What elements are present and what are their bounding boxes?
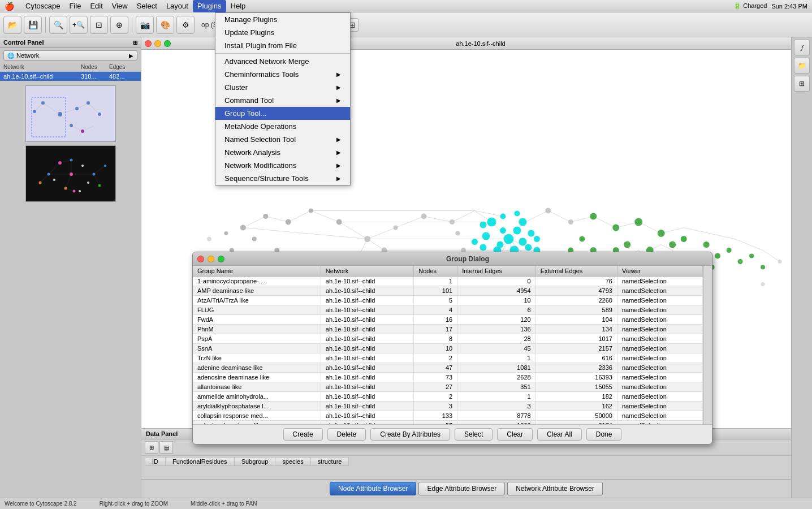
menu-layout[interactable]: Layout: [162, 0, 193, 12]
table-row[interactable]: 1-aminocyclopropane-... ah.1e-10.sif--ch…: [193, 277, 703, 286]
thumbnail-1[interactable]: [25, 85, 116, 142]
table-row[interactable]: PhnM ah.1e-10.sif--child 17 136 134 name…: [193, 325, 703, 334]
svg-point-16: [33, 110, 36, 113]
menu-select[interactable]: Select: [132, 0, 162, 12]
data-tool-columns[interactable]: ▤: [159, 441, 173, 454]
preferences-button[interactable]: ⚙: [176, 16, 195, 34]
screenshot-button[interactable]: 📷: [136, 16, 154, 34]
menu-command-tool[interactable]: Command Tool ▶: [215, 94, 350, 107]
maximize-window-button[interactable]: [164, 40, 171, 47]
table-row[interactable]: adenine deaminase like ah.1e-10.sif--chi…: [193, 363, 703, 373]
menu-manage-plugins[interactable]: Manage Plugins: [215, 13, 350, 26]
right-tool-1[interactable]: 𝑓: [794, 40, 810, 55]
right-tool-2[interactable]: 📁: [794, 58, 810, 74]
table-row[interactable]: collapsin response med... ah.1e-10.sif--…: [193, 411, 703, 421]
th-group-name[interactable]: Group Name: [193, 266, 321, 277]
svg-point-199: [456, 231, 460, 236]
tab-node-attribute[interactable]: Node Attribute Browser: [330, 482, 416, 495]
th-external-edges[interactable]: External Edges: [535, 266, 617, 277]
create-button[interactable]: Create: [283, 428, 323, 441]
save-button[interactable]: 💾: [24, 16, 42, 34]
zoom-in-button[interactable]: +🔍: [70, 16, 88, 34]
col-species[interactable]: species: [275, 457, 310, 466]
table-row[interactable]: adenosine deaminase like ah.1e-10.sif--c…: [193, 373, 703, 382]
table-row[interactable]: TrzN like ah.1e-10.sif--child 2 1 616 na…: [193, 353, 703, 363]
col-subgroup[interactable]: Subgroup: [234, 457, 276, 466]
menu-view[interactable]: View: [107, 0, 132, 12]
zoom-out-button[interactable]: 🔍: [49, 16, 67, 34]
tab-network-attribute[interactable]: Network Attribute Browser: [507, 482, 603, 495]
menu-update-plugins[interactable]: Update Plugins: [215, 26, 350, 39]
table-row[interactable]: aryldialklyphosphatase l... ah.1e-10.sif…: [193, 402, 703, 411]
th-viewer[interactable]: Viewer: [617, 266, 702, 277]
table-row[interactable]: FLUG ah.1e-10.sif--child 4 6 589 namedSe…: [193, 305, 703, 315]
cell-nodes: 73: [414, 373, 457, 382]
menu-plugins[interactable]: Plugins: [193, 0, 226, 12]
svg-point-32: [47, 173, 50, 176]
minimize-button[interactable]: [154, 40, 161, 47]
table-row[interactable]: AMP deaminase like ah.1e-10.sif--child 1…: [193, 286, 703, 296]
cell-internal: 1081: [457, 363, 536, 373]
network-selector[interactable]: 🌐 Network ▶: [3, 50, 137, 61]
th-internal-edges[interactable]: Internal Edges: [457, 266, 536, 277]
table-row[interactable]: cytosine deaminase like ah.1e-10.sif--ch…: [193, 421, 703, 425]
th-network[interactable]: Network: [321, 266, 413, 277]
menu-metanode[interactable]: MetaNode Operations: [215, 120, 350, 133]
apple-menu[interactable]: 🍎: [5, 2, 14, 11]
fit-button[interactable]: ⊡: [90, 16, 108, 34]
table-row[interactable]: allantoinase like ah.1e-10.sif--child 27…: [193, 382, 703, 392]
clear-button[interactable]: Clear: [497, 428, 533, 441]
menu-cluster[interactable]: Cluster ▶: [215, 81, 350, 94]
menu-help[interactable]: Help: [226, 0, 250, 12]
dialog-close-button[interactable]: [197, 256, 204, 262]
col-functional-residues[interactable]: FunctionalResidues: [165, 457, 235, 466]
svg-point-154: [634, 218, 642, 226]
menu-edit[interactable]: Edit: [85, 0, 107, 12]
done-button[interactable]: Done: [586, 428, 622, 441]
dialog-maximize-button[interactable]: [218, 256, 224, 262]
cell-nodes: 8: [414, 334, 457, 344]
table-row[interactable]: ammelide aminohydrola... ah.1e-10.sif--c…: [193, 392, 703, 402]
svg-point-9: [58, 112, 62, 117]
delete-button[interactable]: Delete: [327, 428, 366, 441]
thumbnail-2[interactable]: [25, 145, 116, 202]
col-id[interactable]: ID: [145, 457, 166, 466]
svg-point-186: [421, 214, 427, 219]
clear-all-button[interactable]: Clear All: [537, 428, 582, 441]
group-table-container[interactable]: Group Name Network Nodes Internal Edges …: [193, 266, 703, 424]
dialog-minimize-button[interactable]: [208, 256, 214, 262]
open-button[interactable]: 📂: [3, 16, 21, 34]
menu-group-tool[interactable]: Group Tool...: [215, 107, 350, 120]
cell-nodes: 101: [414, 286, 457, 296]
menu-sequence-structure[interactable]: Sequence/Structure Tools ▶: [215, 172, 350, 185]
create-by-attributes-button[interactable]: Create By Attributes: [370, 428, 450, 441]
menu-cheminformatics-label: Cheminformatics Tools: [224, 70, 299, 79]
table-row[interactable]: SsnA ah.1e-10.sif--child 10 45 2157 name…: [193, 344, 703, 353]
svg-point-201: [207, 237, 211, 241]
right-tool-3[interactable]: ⊞: [794, 76, 810, 92]
table-row[interactable]: AtzA/TriA/TrzA like ah.1e-10.sif--child …: [193, 296, 703, 305]
vizmapper-button[interactable]: 🎨: [156, 16, 174, 34]
svg-point-30: [58, 161, 62, 165]
table-row[interactable]: FwdA ah.1e-10.sif--child 16 120 104 name…: [193, 315, 703, 325]
maximize-button[interactable]: ⊞: [133, 40, 137, 46]
submenu-arrow-net-mods: ▶: [336, 162, 341, 169]
zoom-selection-button[interactable]: ⊕: [110, 16, 128, 34]
data-tool-table[interactable]: ⊞: [145, 441, 158, 454]
menu-advanced-merge[interactable]: Advanced Network Merge: [215, 55, 350, 68]
network-item-0[interactable]: ah.1e-10.sif--child 318... 482...: [0, 72, 141, 81]
menu-named-selection[interactable]: Named Selection Tool ▶: [215, 133, 350, 146]
select-button[interactable]: Select: [455, 428, 493, 441]
col-structure[interactable]: structure: [310, 457, 349, 466]
menu-cheminformatics[interactable]: Cheminformatics Tools ▶: [215, 68, 350, 81]
menu-network-analysis[interactable]: Network Analysis ▶: [215, 146, 350, 159]
th-nodes[interactable]: Nodes: [414, 266, 457, 277]
menu-install-plugin[interactable]: Install Plugin from File: [215, 39, 350, 52]
menu-file[interactable]: File: [64, 0, 85, 12]
tab-edge-attribute[interactable]: Edge Attribute Browser: [418, 482, 505, 495]
menu-cytoscape[interactable]: Cytoscape: [21, 0, 64, 12]
dialog-scrollbar[interactable]: [703, 266, 712, 424]
menu-network-modifications[interactable]: Network Modifications ▶: [215, 159, 350, 172]
close-button[interactable]: [145, 40, 152, 47]
table-row[interactable]: PspA ah.1e-10.sif--child 8 28 1017 named…: [193, 334, 703, 344]
